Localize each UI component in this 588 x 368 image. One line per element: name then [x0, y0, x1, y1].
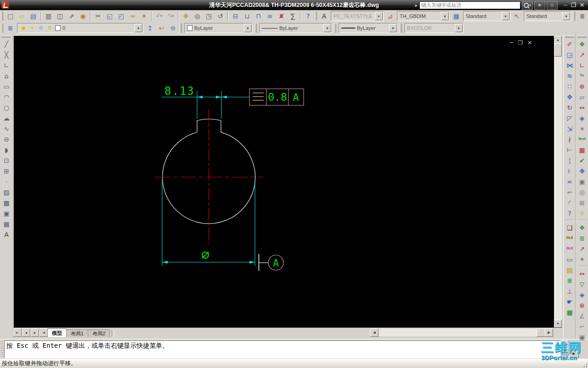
block-editor-button[interactable]: ✦	[138, 11, 150, 22]
tab-prev-button[interactable]: ◂	[22, 328, 30, 337]
fillet-button[interactable]: ◜	[564, 197, 576, 208]
text-style-combo[interactable]: PC_TEXTSTYLE ▼	[331, 11, 384, 21]
paint-splash-button[interactable]: ❉	[576, 166, 588, 176]
zoom-realtime-button[interactable]: ◎	[192, 11, 203, 22]
layer-combo[interactable]: ●☀⊙⊓ 0 ▼	[17, 23, 143, 33]
erase-button[interactable]: ✐	[564, 39, 576, 49]
undo-button[interactable]: ↶▾	[153, 11, 165, 22]
tip-bulb-button[interactable]: ☼	[576, 208, 588, 218]
pan-realtime-button[interactable]: ✥	[180, 11, 192, 22]
linetype-combo[interactable]: ByLayer ▼	[259, 23, 332, 33]
horizontal-dim-button[interactable]: ↔	[576, 102, 588, 113]
new-frame-2-button[interactable]: ❖	[576, 222, 588, 233]
balloon-leader-2-button[interactable]: ↗	[576, 243, 588, 254]
plot-orb-button[interactable]: ◉	[77, 11, 89, 22]
new-drawing-button[interactable]: □	[5, 11, 16, 22]
toolbar-grip[interactable]	[565, 35, 574, 38]
rectangle-button[interactable]: ▭	[0, 81, 12, 92]
scroll-up-button[interactable]: ▲	[554, 36, 562, 44]
offset-button[interactable]: ≋	[564, 70, 576, 81]
v-scroll-thumb[interactable]	[554, 43, 562, 57]
toolbar-grip[interactable]	[573, 12, 575, 21]
mleader-style-button[interactable]: ↖	[511, 11, 523, 22]
table-button[interactable]: ▦	[0, 218, 12, 229]
ole-update-button[interactable]: OLE	[564, 243, 576, 254]
plot-style-dropdown-icon[interactable]: ▼	[455, 24, 463, 32]
image-frame-button[interactable]: ▣	[576, 176, 588, 187]
stretch-button[interactable]: ⇲	[564, 123, 576, 134]
layer-properties-manager-button[interactable]: ≣	[5, 23, 16, 34]
lineweight-combo[interactable]: ByLayer ▼	[339, 23, 398, 33]
toolbar-grip[interactable]	[400, 23, 402, 33]
toolbar-grip[interactable]	[315, 12, 317, 21]
make-object-layer-current-button[interactable]: ↥	[144, 23, 156, 34]
cut-button[interactable]: ✂	[92, 11, 104, 22]
new-frame-button[interactable]: ❖	[576, 39, 588, 49]
scroll-right-button[interactable]: ▶	[545, 328, 553, 337]
layer-states-manager-button[interactable]: ⊜	[167, 23, 179, 34]
break-at-point-button[interactable]: ⊦	[564, 166, 576, 176]
search-input[interactable]	[419, 1, 520, 9]
plot-style-combo[interactable]: BYCOLOR ▼	[404, 23, 464, 33]
insert-block-button[interactable]: ⊡	[0, 155, 12, 166]
ole-frame-2-button[interactable]: ▣	[576, 332, 588, 342]
multiline-text-button[interactable]: A	[0, 229, 12, 240]
angle-dim-button[interactable]: ∠	[576, 310, 588, 321]
doc-minimize-button[interactable]: ─	[510, 40, 513, 46]
tab-last-button[interactable]: ⇥	[40, 328, 48, 337]
quick-calc-button[interactable]: ∑	[287, 11, 299, 22]
join-button[interactable]: ≍	[564, 176, 576, 187]
toolbar-grip[interactable]	[577, 35, 587, 38]
point-button[interactable]: ·	[0, 176, 12, 187]
table-style-combo[interactable]: Standard ▼	[463, 11, 510, 21]
ole-object-button[interactable]: ❏	[564, 222, 576, 233]
dim-style-combo[interactable]: TH_GBDIM ▼	[397, 11, 450, 21]
tab-layout1[interactable]: 布局1	[66, 329, 88, 337]
make-block-button[interactable]: ⊞	[0, 166, 12, 176]
dim-arrow-button[interactable]: ↔	[576, 268, 588, 279]
weld-symbol-button[interactable]: ⌐	[576, 321, 588, 332]
tab-model[interactable]: 模型	[47, 328, 67, 337]
revision-cloud-button[interactable]: ☁	[0, 113, 12, 123]
lineweight-dropdown-icon[interactable]: ▼	[389, 24, 397, 32]
tab-scroll-splitter[interactable]	[112, 329, 114, 337]
copy-clip-button[interactable]: ◱	[104, 11, 115, 22]
clipped-toolbar-button[interactable]: ≣	[577, 11, 588, 22]
arc-button[interactable]: ◠	[0, 92, 12, 102]
redo-button[interactable]: ↷▾	[165, 11, 176, 22]
text-style-dropdown-icon[interactable]: ▼	[375, 12, 383, 20]
text-style-button[interactable]: A	[318, 11, 330, 22]
layer-dropdown-icon[interactable]: ▼	[135, 24, 142, 32]
zoom-window-button[interactable]: ◳	[203, 11, 215, 22]
ellipse-button[interactable]: ⊖	[0, 134, 12, 144]
sheet-add-button[interactable]: ⊞	[576, 197, 588, 208]
properties-palette-button[interactable]: ⊟	[230, 11, 241, 22]
layer-lock-button[interactable]: ⊓	[46, 24, 53, 32]
scale-button[interactable]: ◸	[564, 113, 576, 123]
bom-node-button[interactable]: ≣	[564, 275, 576, 286]
layer-freeze-button[interactable]: ☀	[28, 24, 36, 32]
line-button[interactable]: ╱	[0, 39, 12, 49]
symmetry-dim-button[interactable]: ⊕	[576, 81, 588, 92]
toolbar-grip[interactable]	[1, 12, 3, 21]
surface-finish-button[interactable]: ▽	[576, 279, 588, 289]
zoom-previous-button[interactable]: ↺	[215, 11, 226, 22]
auto-dim-2-button[interactable]: ✶	[576, 254, 588, 264]
favorites-button[interactable]: ☆	[547, 1, 558, 10]
tab-first-button[interactable]: ⇤	[13, 328, 22, 337]
callout-button[interactable]: ☛	[564, 296, 576, 307]
command-line[interactable]: 按 Esc 或 Enter 键退出，或单击右键显示快捷菜单。	[4, 340, 560, 358]
ole-frame-button[interactable]: ▭	[564, 254, 576, 264]
paste-clip-button[interactable]: ◰	[115, 11, 127, 22]
layer-on-button[interactable]: ●	[20, 24, 27, 32]
tool-palettes-button[interactable]: ⊓	[253, 11, 264, 22]
text-tool-button[interactable]: Text	[576, 134, 588, 144]
minimize-button[interactable]: ─	[564, 0, 568, 10]
trim-button[interactable]: ∤	[564, 134, 576, 144]
datum-frame-button[interactable]: ◈	[576, 289, 588, 300]
hatch-button[interactable]: ▨	[0, 187, 12, 197]
close-button[interactable]: ✕	[580, 0, 584, 10]
part-table-button[interactable]: ▦	[564, 307, 576, 317]
mleader-style-dropdown-icon[interactable]: ▼	[562, 12, 570, 20]
sheet-set-manager-button[interactable]: ≡	[264, 11, 276, 22]
